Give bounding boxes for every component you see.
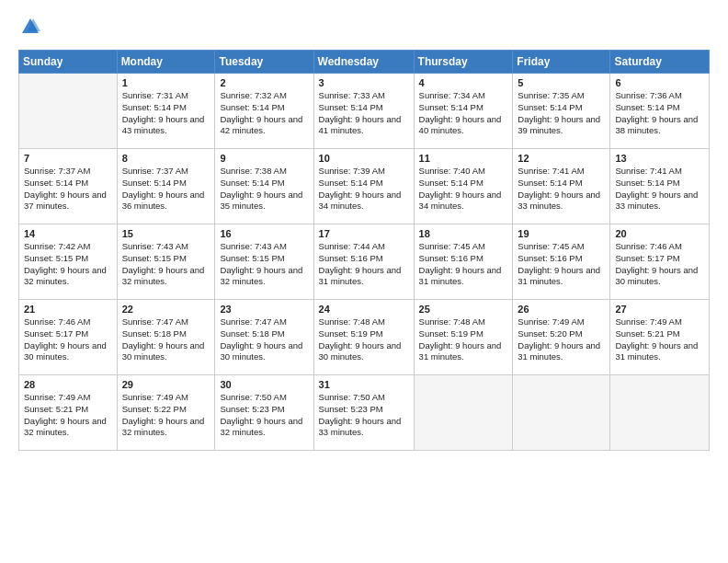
calendar-cell: 11 Sunrise: 7:40 AMSunset: 5:14 PMDaylig… <box>414 149 513 224</box>
day-number: 29 <box>122 379 210 390</box>
day-number: 9 <box>220 153 308 164</box>
calendar-cell: 3 Sunrise: 7:33 AMSunset: 5:14 PMDayligh… <box>313 74 414 149</box>
calendar-cell: 23 Sunrise: 7:47 AMSunset: 5:18 PMDaylig… <box>215 300 313 375</box>
weekday-header: Saturday <box>610 51 710 74</box>
day-number: 25 <box>419 304 508 315</box>
day-number: 11 <box>419 153 508 164</box>
day-number: 26 <box>518 304 605 315</box>
day-number: 3 <box>319 77 409 88</box>
day-number: 14 <box>24 228 112 239</box>
cell-info: Sunrise: 7:33 AMSunset: 5:14 PMDaylight:… <box>319 90 402 135</box>
day-number: 27 <box>615 304 704 315</box>
day-number: 5 <box>518 77 605 88</box>
cell-info: Sunrise: 7:43 AMSunset: 5:15 PMDaylight:… <box>220 241 302 286</box>
cell-info: Sunrise: 7:37 AMSunset: 5:14 PMDaylight:… <box>122 166 205 211</box>
cell-info: Sunrise: 7:48 AMSunset: 5:19 PMDaylight:… <box>319 316 402 362</box>
day-number: 4 <box>419 77 508 88</box>
calendar-cell: 19 Sunrise: 7:45 AMSunset: 5:16 PMDaylig… <box>513 224 610 300</box>
cell-info: Sunrise: 7:45 AMSunset: 5:16 PMDaylight:… <box>518 241 600 286</box>
page: SundayMondayTuesdayWednesdayThursdayFrid… <box>0 0 728 563</box>
calendar-cell: 28 Sunrise: 7:49 AMSunset: 5:21 PMDaylig… <box>19 375 118 451</box>
calendar-cell: 8 Sunrise: 7:37 AMSunset: 5:14 PMDayligh… <box>117 149 215 224</box>
calendar: SundayMondayTuesdayWednesdayThursdayFrid… <box>18 50 710 451</box>
cell-info: Sunrise: 7:31 AMSunset: 5:14 PMDaylight:… <box>122 90 205 135</box>
cell-info: Sunrise: 7:48 AMSunset: 5:19 PMDaylight:… <box>419 316 502 362</box>
day-number: 8 <box>122 153 210 164</box>
cell-info: Sunrise: 7:49 AMSunset: 5:21 PMDaylight:… <box>24 392 107 437</box>
cell-info: Sunrise: 7:35 AMSunset: 5:14 PMDaylight:… <box>518 90 600 135</box>
header <box>18 17 710 40</box>
weekday-header-row: SundayMondayTuesdayWednesdayThursdayFrid… <box>19 51 710 74</box>
logo-icon <box>20 17 40 37</box>
calendar-week-row: 7 Sunrise: 7:37 AMSunset: 5:14 PMDayligh… <box>19 149 710 224</box>
cell-info: Sunrise: 7:42 AMSunset: 5:15 PMDaylight:… <box>24 241 107 286</box>
cell-info: Sunrise: 7:49 AMSunset: 5:22 PMDaylight:… <box>122 392 205 437</box>
calendar-cell: 16 Sunrise: 7:43 AMSunset: 5:15 PMDaylig… <box>215 224 313 300</box>
weekday-header: Thursday <box>414 51 513 74</box>
day-number: 15 <box>122 228 210 239</box>
calendar-cell: 29 Sunrise: 7:49 AMSunset: 5:22 PMDaylig… <box>117 375 215 451</box>
day-number: 10 <box>319 153 409 164</box>
calendar-cell: 6 Sunrise: 7:36 AMSunset: 5:14 PMDayligh… <box>610 74 710 149</box>
day-number: 1 <box>122 77 210 88</box>
calendar-cell: 2 Sunrise: 7:32 AMSunset: 5:14 PMDayligh… <box>215 74 313 149</box>
day-number: 13 <box>615 153 704 164</box>
day-number: 30 <box>220 379 308 390</box>
cell-info: Sunrise: 7:46 AMSunset: 5:17 PMDaylight:… <box>24 316 107 362</box>
cell-info: Sunrise: 7:37 AMSunset: 5:14 PMDaylight:… <box>24 166 107 211</box>
day-number: 19 <box>518 228 605 239</box>
calendar-cell: 5 Sunrise: 7:35 AMSunset: 5:14 PMDayligh… <box>513 74 610 149</box>
calendar-week-row: 28 Sunrise: 7:49 AMSunset: 5:21 PMDaylig… <box>19 375 710 451</box>
day-number: 20 <box>615 228 704 239</box>
cell-info: Sunrise: 7:39 AMSunset: 5:14 PMDaylight:… <box>319 166 402 211</box>
day-number: 23 <box>220 304 308 315</box>
cell-info: Sunrise: 7:50 AMSunset: 5:23 PMDaylight:… <box>319 392 402 437</box>
day-number: 24 <box>319 304 409 315</box>
calendar-cell: 22 Sunrise: 7:47 AMSunset: 5:18 PMDaylig… <box>117 300 215 375</box>
calendar-cell: 7 Sunrise: 7:37 AMSunset: 5:14 PMDayligh… <box>19 149 118 224</box>
calendar-cell: 17 Sunrise: 7:44 AMSunset: 5:16 PMDaylig… <box>313 224 414 300</box>
cell-info: Sunrise: 7:47 AMSunset: 5:18 PMDaylight:… <box>220 316 302 362</box>
calendar-cell: 13 Sunrise: 7:41 AMSunset: 5:14 PMDaylig… <box>610 149 710 224</box>
calendar-cell: 15 Sunrise: 7:43 AMSunset: 5:15 PMDaylig… <box>117 224 215 300</box>
day-number: 2 <box>220 77 308 88</box>
cell-info: Sunrise: 7:46 AMSunset: 5:17 PMDaylight:… <box>615 241 698 286</box>
calendar-week-row: 21 Sunrise: 7:46 AMSunset: 5:17 PMDaylig… <box>19 300 710 375</box>
cell-info: Sunrise: 7:45 AMSunset: 5:16 PMDaylight:… <box>419 241 502 286</box>
calendar-cell: 12 Sunrise: 7:41 AMSunset: 5:14 PMDaylig… <box>513 149 610 224</box>
calendar-cell <box>610 375 710 451</box>
cell-info: Sunrise: 7:38 AMSunset: 5:14 PMDaylight:… <box>220 166 302 211</box>
calendar-cell: 26 Sunrise: 7:49 AMSunset: 5:20 PMDaylig… <box>513 300 610 375</box>
cell-info: Sunrise: 7:36 AMSunset: 5:14 PMDaylight:… <box>615 90 698 135</box>
cell-info: Sunrise: 7:50 AMSunset: 5:23 PMDaylight:… <box>220 392 302 437</box>
cell-info: Sunrise: 7:41 AMSunset: 5:14 PMDaylight:… <box>615 166 698 211</box>
calendar-cell <box>19 74 118 149</box>
calendar-cell: 24 Sunrise: 7:48 AMSunset: 5:19 PMDaylig… <box>313 300 414 375</box>
logo <box>18 17 40 40</box>
cell-info: Sunrise: 7:49 AMSunset: 5:20 PMDaylight:… <box>518 316 600 362</box>
weekday-header: Friday <box>513 51 610 74</box>
day-number: 22 <box>122 304 210 315</box>
calendar-cell: 20 Sunrise: 7:46 AMSunset: 5:17 PMDaylig… <box>610 224 710 300</box>
calendar-week-row: 14 Sunrise: 7:42 AMSunset: 5:15 PMDaylig… <box>19 224 710 300</box>
calendar-cell: 10 Sunrise: 7:39 AMSunset: 5:14 PMDaylig… <box>313 149 414 224</box>
weekday-header: Tuesday <box>215 51 313 74</box>
weekday-header: Wednesday <box>313 51 414 74</box>
day-number: 16 <box>220 228 308 239</box>
cell-info: Sunrise: 7:40 AMSunset: 5:14 PMDaylight:… <box>419 166 502 211</box>
cell-info: Sunrise: 7:32 AMSunset: 5:14 PMDaylight:… <box>220 90 302 135</box>
cell-info: Sunrise: 7:34 AMSunset: 5:14 PMDaylight:… <box>419 90 502 135</box>
calendar-cell: 31 Sunrise: 7:50 AMSunset: 5:23 PMDaylig… <box>313 375 414 451</box>
calendar-cell: 25 Sunrise: 7:48 AMSunset: 5:19 PMDaylig… <box>414 300 513 375</box>
calendar-cell: 1 Sunrise: 7:31 AMSunset: 5:14 PMDayligh… <box>117 74 215 149</box>
day-number: 12 <box>518 153 605 164</box>
weekday-header: Sunday <box>19 51 118 74</box>
day-number: 21 <box>24 304 112 315</box>
day-number: 18 <box>419 228 508 239</box>
cell-info: Sunrise: 7:41 AMSunset: 5:14 PMDaylight:… <box>518 166 600 211</box>
calendar-cell: 21 Sunrise: 7:46 AMSunset: 5:17 PMDaylig… <box>19 300 118 375</box>
calendar-cell: 9 Sunrise: 7:38 AMSunset: 5:14 PMDayligh… <box>215 149 313 224</box>
calendar-cell: 14 Sunrise: 7:42 AMSunset: 5:15 PMDaylig… <box>19 224 118 300</box>
calendar-cell <box>414 375 513 451</box>
calendar-cell <box>513 375 610 451</box>
